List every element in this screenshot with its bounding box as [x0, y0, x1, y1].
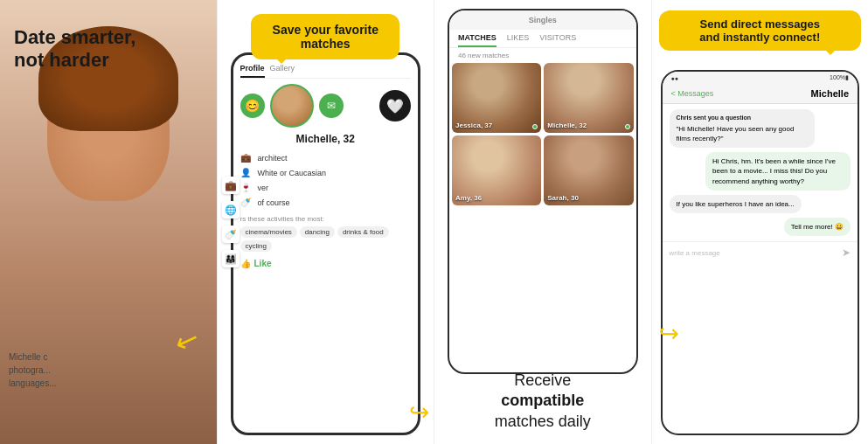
online-dot-jessica	[532, 124, 538, 129]
chat-nav-bar: < Messages Michelle	[663, 84, 858, 104]
panel-receive-matches: Singles MATCHES LIKES VISITORS 46 new ma…	[434, 0, 651, 444]
sender-label: Chris sent you a question	[677, 114, 808, 122]
info-text-1: architect	[258, 154, 288, 163]
reply1-text: Hi Chris, hm. It's been a while since I'…	[712, 157, 836, 184]
yellow-curl-icon: ↪	[409, 398, 429, 427]
profile-tabs: Profile Gallery	[240, 64, 412, 79]
activity-tags-list: cinema/movies dancing drinks & food cycl…	[240, 226, 412, 252]
message-input[interactable]: write a message	[670, 249, 839, 257]
online-dot-michelle	[625, 124, 630, 129]
back-button[interactable]: < Messages	[671, 89, 714, 98]
message-reply2: If you like superheros I have an idea...	[670, 195, 802, 213]
matches-tabs-row: MATCHES LIKES VISITORS	[449, 30, 636, 48]
direct-messages-bubble: Send direct messagesand instantly connec…	[659, 10, 862, 51]
family-icon: 👨‍👩‍👧	[222, 250, 240, 267]
phone-screen-panel2: Profile Gallery 😊 ✉ 🤍 Michelle, 32 💼 arc…	[233, 55, 419, 433]
compatible-text: compatible	[501, 392, 584, 409]
profile-avatar	[270, 84, 314, 128]
panel-direct-messages: Send direct messagesand instantly connec…	[651, 0, 869, 444]
panel1-headline: Date smarter, not harder	[14, 26, 135, 73]
matches-phone-header: Singles	[449, 10, 636, 30]
info-text-2: White or Caucasian	[258, 169, 327, 177]
chat-messages-list: Chris sent you a question "Hi Michelle! …	[663, 104, 858, 241]
info-text-4: of course	[258, 198, 290, 207]
tab-visitors[interactable]: VISITORS	[539, 30, 576, 47]
ethnicity-icon: 👤	[240, 168, 253, 177]
user-name-label: Michelle c	[9, 352, 57, 362]
question-text: "Hi Michelle! Have you seen any good fil…	[677, 125, 795, 142]
panel4-bubble-header: Send direct messagesand instantly connec…	[659, 10, 862, 51]
info-row-2: 👤 White or Caucasian	[240, 165, 412, 180]
message-button[interactable]: ✉	[319, 94, 344, 118]
new-matches-count: 46 new matches	[449, 48, 636, 63]
globe-icon: 🌐	[222, 201, 240, 219]
activities-label: rs these activities the most:	[240, 215, 412, 223]
match-name-michelle: Michelle, 32	[547, 121, 587, 129]
drink-icon: 🍷	[240, 183, 253, 192]
message-question: Chris sent you a question "Hi Michelle! …	[670, 109, 815, 148]
user-detail2: languages...	[9, 378, 57, 388]
panel-save-favorites: Save your favorite matches 💼 🌐 🍼 👨‍👩‍👧 P…	[217, 0, 434, 444]
like-button[interactable]: 👍 Like	[240, 259, 412, 268]
headline-line1: Date smarter, not harder	[14, 26, 135, 73]
briefcase-icon: 💼	[222, 177, 240, 194]
profile-name: Michelle, 32	[240, 133, 412, 145]
panel-date-smarter: Date smarter, not harder Michelle c phot…	[0, 0, 217, 444]
matches-grid: Jessica, 37 Michelle, 32 Amy, 36 Sarah, …	[449, 63, 636, 205]
match-name-sarah: Sarah, 30	[547, 194, 579, 202]
tag-cinema: cinema/movies	[240, 226, 297, 238]
match-card-sarah[interactable]: Sarah, 30	[544, 135, 633, 205]
tab-matches[interactable]: MATCHES	[458, 30, 496, 47]
tag-cycling: cycling	[240, 240, 272, 252]
reply3-text: Tell me more! 😀	[791, 223, 844, 231]
tab-likes[interactable]: LIKES	[507, 30, 530, 47]
signal-icons: ●●	[671, 75, 678, 81]
chat-contact-name: Michelle	[811, 88, 849, 99]
thumbs-up-icon: 👍	[240, 259, 251, 268]
message-reply1: Hi Chris, hm. It's been a while since I'…	[705, 152, 851, 191]
match-name-jessica: Jessica, 37	[455, 121, 492, 129]
yellow-curl-2-icon: ↩	[659, 319, 679, 348]
panel1-user-details: Michelle c photogra... languages...	[9, 352, 57, 392]
save-matches-bubble: Save your favorite matches	[251, 14, 399, 59]
tag-dancing: dancing	[300, 226, 335, 238]
profile-header-row: 😊 ✉ 🤍	[240, 84, 412, 128]
panel2-bubble-header: Save your favorite matches	[218, 14, 434, 59]
info-text-3: ver	[258, 184, 269, 192]
info-row-3: 🍷 ver	[240, 180, 412, 195]
match-card-amy[interactable]: Amy, 36	[452, 135, 541, 205]
activities-section: rs these activities the most: cinema/mov…	[240, 215, 412, 268]
battery-icon: 100%▮	[830, 74, 849, 81]
reply2-text: If you like superheros I have an idea...	[677, 200, 795, 208]
tab-profile[interactable]: Profile	[240, 64, 265, 78]
kids-icon: 🍼	[240, 198, 253, 207]
like-label: Like	[254, 259, 272, 268]
smile-button[interactable]: 😊	[240, 94, 265, 118]
side-icon-list: 💼 🌐 🍼 👨‍👩‍👧	[222, 177, 240, 267]
chat-status-bar: ●● 100%▮	[663, 72, 858, 84]
panel3-bottom-caption: Receive compatible matches daily	[434, 371, 651, 432]
match-card-michelle[interactable]: Michelle, 32	[544, 63, 633, 133]
match-card-jessica[interactable]: Jessica, 37	[452, 63, 541, 133]
message-reply3: Tell me more! 😀	[784, 218, 851, 236]
info-row-4: 🍼 of course	[240, 195, 412, 210]
phone-mockup-panel2: Profile Gallery 😊 ✉ 🤍 Michelle, 32 💼 arc…	[231, 52, 421, 435]
chat-phone-mockup: ●● 100%▮ < Messages Michelle Chris sent …	[661, 70, 860, 435]
work-icon: 💼	[240, 153, 253, 163]
user-detail1: photogra...	[9, 365, 57, 375]
favorite-heart-button[interactable]: 🤍	[379, 90, 411, 121]
baby-icon: 🍼	[222, 225, 240, 243]
info-row-1: 💼 architect	[240, 150, 412, 165]
send-icon[interactable]: ➤	[842, 246, 851, 259]
tag-drinks: drinks & food	[337, 226, 389, 238]
receive-text: Receive compatible matches daily	[434, 371, 651, 432]
match-name-amy: Amy, 36	[455, 194, 482, 202]
chat-input-bar: write a message ➤	[663, 241, 858, 263]
matches-phone-mockup: Singles MATCHES LIKES VISITORS 46 new ma…	[448, 9, 638, 374]
